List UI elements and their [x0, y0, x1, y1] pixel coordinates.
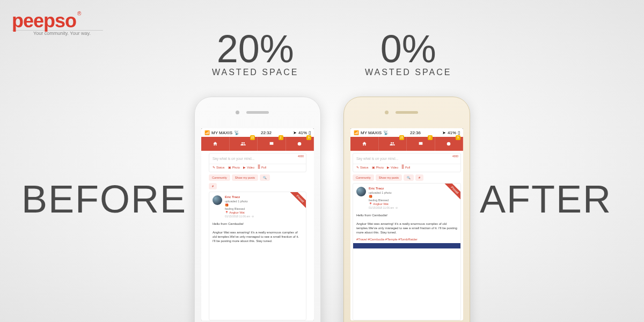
composer-tabs: ✎ Status ▣ Photo ▶ Video ≣ Poll [353, 164, 460, 172]
logo: peepso® Your community. Your way. [12, 10, 103, 36]
phone-speaker [246, 111, 269, 114]
compose-status[interactable]: ✎ Status [356, 166, 369, 169]
post-composer[interactable]: Say what is on your mind... 4000 ✎ Statu… [209, 153, 306, 172]
app-surface: 25 2 9 Say what is on your mind... 4000 … [201, 137, 314, 320]
battery-icon: ▯ [458, 130, 460, 135]
post-text: Angkor Wat was amazing! It's a really en… [213, 230, 303, 243]
logo-text: peepso [12, 10, 76, 32]
compose-photo[interactable]: ▣ Photo [372, 166, 384, 169]
chip-showmy[interactable]: Show my posts [376, 174, 402, 181]
tab-friends[interactable]: 25 [230, 137, 258, 151]
compose-poll[interactable]: ≣ Poll [401, 166, 410, 169]
tab-notifications[interactable]: 9 [435, 137, 464, 151]
clock: 22:32 [261, 130, 272, 135]
logo-reg: ® [77, 11, 81, 17]
location-icon: ➤ [293, 130, 297, 135]
filter-chips: Community Show my posts 🔍 [209, 174, 306, 181]
post-timestamp: 01/15/2018 11:06 am ⊘ [225, 215, 254, 218]
feed-column: Say what is on your mind... 4000 ✎ Statu… [207, 151, 309, 320]
phone-after: 📶 MY MAXIS 📡 22:36 ➤ 41% ▯ 25 2 9 [343, 97, 470, 322]
composer-counter: 4000 [298, 155, 304, 158]
badge-notifications: 9 [306, 135, 311, 140]
author-name[interactable]: Eric Tracz [369, 187, 398, 191]
percent-after-value: 0% [380, 27, 436, 70]
nav-tabs: 25 2 9 [350, 137, 463, 151]
compose-photo[interactable]: ▣ Photo [228, 166, 240, 169]
label-before: BEFORE [21, 177, 187, 221]
svg-point-0 [298, 142, 302, 146]
percent-after: 0% WASTED SPACE [365, 27, 451, 77]
author-name[interactable]: Eric Tracz [225, 195, 254, 200]
tab-home[interactable] [201, 137, 230, 151]
percent-before: 20% WASTED SPACE [212, 27, 298, 77]
chip-hash[interactable]: # [209, 183, 217, 189]
compose-video[interactable]: ▶ Video [243, 166, 254, 169]
post-action: uploaded 1 photo [369, 191, 398, 195]
chip-hash[interactable]: # [415, 174, 423, 181]
post-composer[interactable]: Say what is on your mind... 4000 ✎ Statu… [353, 153, 461, 172]
app-surface: 25 2 9 Say what is on your mind... 4000 … [350, 137, 463, 320]
composer-placeholder[interactable]: Say what is on your mind... 4000 [209, 153, 306, 164]
post-action: uploaded 1 photo [225, 200, 254, 203]
battery-pct: 41% [298, 130, 307, 135]
location-icon: ➤ [442, 130, 446, 135]
svg-point-1 [447, 142, 451, 146]
chip-search[interactable]: 🔍 [404, 174, 414, 181]
post-hashtags[interactable]: #Travel #Cambodia #Temple #TombRaider [353, 238, 460, 243]
percent-after-caption: WASTED SPACE [365, 68, 451, 77]
clock: 22:36 [410, 130, 421, 135]
phone-camera [385, 111, 389, 114]
compose-poll[interactable]: ≣ Poll [258, 166, 266, 169]
status-bar: 📶 MY MAXIS 📡 22:36 ➤ 41% ▯ [350, 128, 463, 137]
chip-community[interactable]: Community [209, 174, 230, 181]
battery-pct: 41% [448, 130, 456, 135]
status-bar: 📶 MY MAXIS 📡 22:32 ➤ 41% ▯ [201, 128, 314, 137]
wifi-icon: 📡 [383, 130, 389, 135]
filter-chips: Community Show my posts 🔍 # [353, 174, 461, 181]
tab-messages[interactable]: 2 [407, 137, 435, 151]
feed-column: Say what is on your mind... 4000 ✎ Statu… [350, 151, 463, 320]
tab-friends[interactable]: 25 [379, 137, 407, 151]
post-greeting: Hello from Cambodia! [356, 213, 457, 217]
label-after: AFTER [480, 177, 612, 221]
tab-home[interactable] [350, 137, 379, 151]
chip-search[interactable]: 🔍 [260, 174, 270, 181]
chip-community[interactable]: Community [353, 174, 374, 181]
carrier-label: MY MAXIS [361, 130, 382, 135]
feed-post[interactable]: Pinned Eric Tracz uploaded 1 photo 🎁 fee… [353, 183, 461, 320]
battery-icon: ▯ [309, 130, 311, 135]
phone-before: 📶 MY MAXIS 📡 22:32 ➤ 41% ▯ 25 2 9 [194, 97, 321, 322]
post-meta: Eric Tracz uploaded 1 photo 🎁 feeling Bl… [225, 195, 254, 218]
post-greeting: Hello from Cambodia! [213, 222, 303, 226]
phone-screen: 📶 MY MAXIS 📡 22:32 ➤ 41% ▯ 25 2 9 [201, 128, 314, 320]
badge-notifications: 9 [456, 135, 460, 140]
feed-post[interactable]: Pinned Eric Tracz uploaded 1 photo 🎁 fee… [209, 192, 306, 320]
phone-camera [236, 111, 239, 114]
post-location[interactable]: 📍 Angkor Wat [225, 211, 254, 215]
wifi-icon: 📡 [234, 130, 239, 135]
post-body: Hello from Cambodia! Angkor Wat was amaz… [209, 222, 306, 246]
tab-notifications[interactable]: 9 [286, 137, 314, 151]
avatar[interactable] [213, 195, 222, 205]
post-image-strip [353, 243, 461, 248]
composer-tabs: ✎ Status ▣ Photo ▶ Video ≣ Poll [209, 164, 306, 172]
carrier-label: MY MAXIS [211, 130, 232, 135]
badge-friends: 25 [250, 135, 255, 140]
compose-video[interactable]: ▶ Video [387, 166, 398, 169]
composer-counter: 4000 [452, 155, 458, 158]
composer-placeholder[interactable]: Say what is on your mind... 4000 [353, 153, 460, 164]
nav-tabs: 25 2 9 [201, 137, 314, 151]
post-location[interactable]: 📍 Angkor Wat [369, 202, 398, 206]
tab-messages[interactable]: 2 [258, 137, 286, 151]
compose-status[interactable]: ✎ Status [213, 166, 225, 169]
post-meta: Eric Tracz uploaded 1 photo 🎁 feeling Bl… [369, 187, 398, 210]
wasted-gutter-right [309, 151, 314, 320]
chip-showmy[interactable]: Show my posts [232, 174, 258, 181]
composer-placeholder-text: Say what is on your mind... [356, 157, 398, 160]
wasted-gutter-left [201, 151, 207, 320]
percent-before-value: 20% [217, 27, 294, 70]
badge-friends: 25 [399, 135, 404, 140]
avatar[interactable] [356, 187, 366, 196]
phone-speaker [396, 111, 418, 114]
signal-icon: 📶 [354, 130, 359, 135]
